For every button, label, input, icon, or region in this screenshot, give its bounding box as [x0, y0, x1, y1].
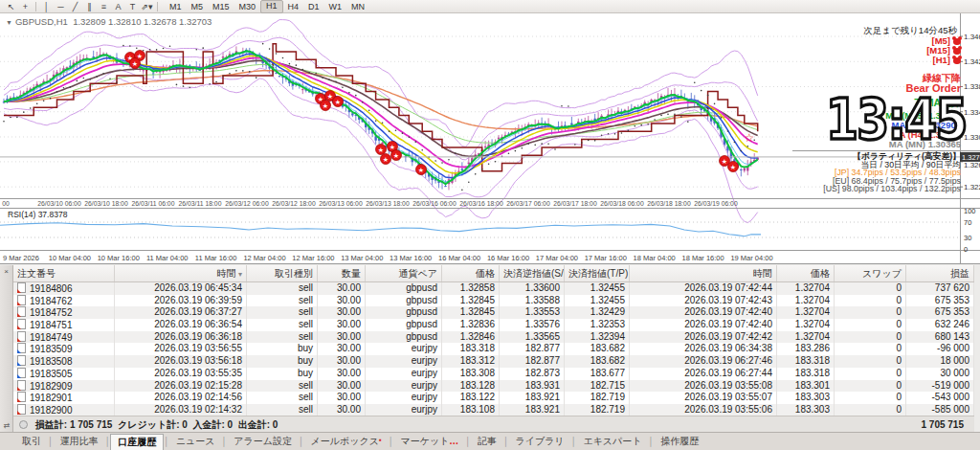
cell-open_time: 2026.03.19 06:37:27	[115, 306, 247, 319]
cell-close_time: 2026.03.19 06:34:38	[630, 343, 777, 355]
cell-close_price: 1.32704	[777, 295, 835, 307]
cell-volume: 30.00	[318, 343, 366, 355]
cell-tp: 182.715	[565, 380, 630, 393]
tab-メールボックス[interactable]: メールボックス▪	[304, 434, 389, 449]
timeframe-button-m30[interactable]: M30	[234, 1, 261, 12]
cell-order: 19183505	[13, 368, 115, 380]
table-row[interactable]: 191835092026.03.19 03:56:55buy30.00eurjp…	[13, 343, 974, 355]
cell-order: 19183508	[13, 355, 115, 368]
cell-close_time: 2026.03.19 06:27:46	[630, 355, 777, 368]
timeframe-button-h1[interactable]: H1	[260, 0, 283, 13]
terminal-tab-bar: 取引│運用比率│口座履歴│ニュース│アラーム設定│メールボックス▪│マーケット……	[0, 432, 980, 450]
tab-エキスパート[interactable]: エキスパート	[576, 434, 648, 449]
cell-type: buy	[247, 343, 318, 355]
profit-total-value: 1 705 715	[70, 419, 113, 430]
vertical-line-tool-icon[interactable]: │	[39, 1, 54, 12]
column-header[interactable]: 損益	[906, 265, 974, 281]
timeframe-button-m1[interactable]: M1	[165, 1, 187, 12]
cell-symbol: gbpusd	[366, 282, 442, 295]
svg-text:17 Mar 16:00: 17 Mar 16:00	[585, 254, 627, 262]
chart-collapse-icon[interactable]: ▼	[6, 19, 12, 26]
chart-toolbar: ↖+│─╱∥≡AT⇗▾ M1M5M15M30H1H4D1W1MN	[0, 0, 980, 13]
cell-close_time: 2026.03.19 07:42:40	[630, 319, 777, 331]
cell-type: buy	[247, 368, 318, 380]
trendline-tool-icon[interactable]: ╱	[68, 1, 82, 12]
cursor-tool-icon[interactable]: ↖	[4, 1, 18, 12]
big-clock: 13:45	[826, 92, 967, 147]
timeframe-button-d1[interactable]: D1	[303, 1, 324, 12]
tab-ニュース[interactable]: ニュース	[169, 434, 222, 449]
timeframe-button-h4[interactable]: H4	[283, 1, 304, 12]
timeframe-button-mn[interactable]: MN	[346, 1, 369, 12]
tab-口座履歴[interactable]: 口座履歴	[110, 434, 164, 450]
table-row[interactable]: 191847522026.03.19 06:37:27sell30.00gbpu…	[13, 306, 974, 319]
tab-取引[interactable]: 取引	[15, 434, 48, 449]
column-header[interactable]: スワップ	[835, 265, 906, 281]
tab-運用比率[interactable]: 運用比率	[54, 434, 105, 449]
cell-close_price: 183.318	[777, 368, 835, 380]
order-icon-sell	[17, 331, 26, 342]
timeframe-button-m15[interactable]: M15	[208, 1, 234, 12]
table-row[interactable]: 191847492026.03.19 06:36:18sell30.00gbpu…	[13, 331, 974, 344]
cell-type: sell	[247, 392, 318, 404]
cell-sl: 183.921	[500, 404, 565, 416]
tab-マーケット[interactable]: マーケット…	[393, 434, 465, 449]
tab-記事[interactable]: 記事	[471, 434, 503, 449]
cell-open_price: 183.108	[442, 404, 500, 416]
cell-volume: 30.00	[318, 331, 366, 344]
column-header[interactable]: 決済逆指値(S/L)	[500, 265, 565, 281]
column-header[interactable]: 価格	[777, 265, 835, 281]
svg-text:18 Mar 04:00: 18 Mar 04:00	[634, 254, 676, 262]
arrows-tool-icon[interactable]: ⇗▾	[140, 1, 154, 12]
sell-star-glyph: ★	[132, 60, 138, 67]
bear-icon	[953, 57, 961, 64]
column-header[interactable]: 価格	[442, 265, 500, 281]
tab-ライブラリ[interactable]: ライブラリ	[509, 434, 571, 449]
svg-text:30: 30	[964, 234, 971, 242]
cell-open_price: 1.32846	[442, 331, 500, 344]
table-row[interactable]: 191829092026.03.19 02:15:28sell30.00eurj…	[13, 380, 974, 393]
column-header[interactable]: 数量	[318, 265, 366, 281]
table-row[interactable]: 191829012026.03.19 02:14:56sell30.00eurj…	[13, 392, 974, 404]
cell-tp: 1.32353	[565, 319, 630, 331]
order-icon-sell	[17, 392, 26, 402]
svg-text:1.34260: 1.34260	[964, 57, 980, 66]
cell-symbol: eurjpy	[366, 380, 442, 393]
tab-アラーム設定[interactable]: アラーム設定	[227, 434, 299, 449]
table-row[interactable]: 191848062026.03.19 06:45:34sell30.00gbpu…	[13, 282, 974, 295]
text-tool-icon[interactable]: A	[111, 1, 125, 12]
cell-close_time: 2026.03.19 06:27:44	[630, 368, 777, 380]
table-row[interactable]: 191829002026.03.19 02:14:32sell30.00eurj…	[13, 404, 974, 416]
cell-swap: 0	[835, 319, 906, 331]
order-icon-sell	[17, 319, 26, 329]
channel-tool-icon[interactable]: ∥	[82, 1, 97, 12]
cell-open_time: 2026.03.19 06:45:34	[115, 282, 247, 295]
cell-profit: -96 000	[906, 343, 974, 355]
cell-close_time: 2026.03.19 03:55:06	[630, 404, 777, 416]
crosshair-tool-icon[interactable]: +	[18, 1, 33, 12]
column-header[interactable]: 通貨ペア	[366, 265, 442, 281]
horizontal-line-tool-icon[interactable]: ─	[54, 1, 68, 12]
column-header[interactable]: 時間 ▾	[115, 265, 247, 281]
cell-sl: 1.33588	[500, 295, 565, 307]
fibonacci-tool-icon[interactable]: ≡	[97, 1, 111, 12]
column-header[interactable]: 決済指値(T/P)	[565, 265, 630, 281]
tab-操作履歴[interactable]: 操作履歴	[654, 434, 705, 449]
cell-tp: 1.32455	[565, 282, 630, 295]
svg-text:26/03/18 18:00: 26/03/18 18:00	[647, 200, 691, 207]
timeframe-button-w1[interactable]: W1	[324, 1, 347, 12]
column-header[interactable]: 取引種別	[247, 265, 318, 281]
timeframe-button-m5[interactable]: M5	[187, 1, 209, 12]
table-row[interactable]: 191847622026.03.19 06:39:59sell30.00gbpu…	[13, 295, 974, 307]
cell-symbol: eurjpy	[366, 404, 442, 416]
signal-star-icon: ☆	[745, 131, 755, 145]
table-row[interactable]: 191847512026.03.19 06:36:54sell30.00gbpu…	[13, 319, 974, 331]
column-header[interactable]: 時間	[630, 265, 777, 281]
table-row[interactable]: 191835082026.03.19 03:56:18buy30.00eurjp…	[13, 355, 974, 368]
table-row[interactable]: 191835052026.03.19 03:55:35buy30.00eurjp…	[13, 368, 974, 380]
label-tool-icon[interactable]: T	[125, 1, 140, 12]
close-panel-button[interactable]: ×	[2, 267, 11, 276]
bear-icon	[953, 38, 961, 45]
column-header[interactable]: 注文番号	[13, 265, 115, 281]
cell-tp: 183.677	[565, 368, 630, 380]
